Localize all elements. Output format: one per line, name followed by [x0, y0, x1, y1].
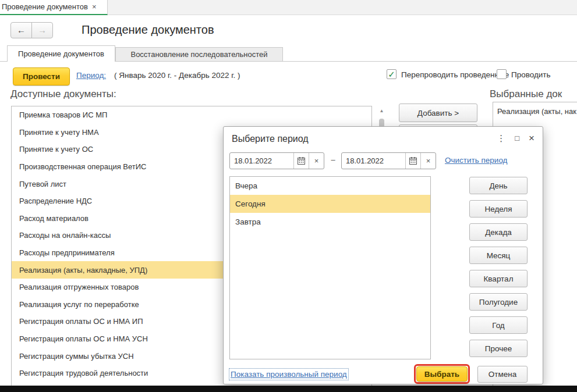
tab-close-icon[interactable]: ×	[92, 3, 97, 10]
date-to-input[interactable]: 18.01.2022	[342, 153, 405, 169]
forward-button[interactable]: →	[31, 22, 53, 38]
repost-checkbox-label: Перепроводить проведенные	[401, 70, 509, 79]
date-from-input[interactable]: 18.01.2022	[230, 153, 293, 169]
repost-checkbox[interactable]: ✓	[387, 69, 397, 79]
date-range-dash: –	[328, 155, 338, 164]
selected-docs-heading: Выбранные док	[490, 88, 562, 100]
tab-provedenie-dokumentov[interactable]: Проведение документов	[7, 45, 115, 62]
list-item[interactable]: Приемка товаров ИС МП	[12, 106, 371, 124]
period-value: ( Январь 2020 г. - Декабрь 2022 г. )	[114, 71, 240, 80]
select-button-highlight: Выбрать	[414, 364, 470, 384]
clear-period-link[interactable]: Очистить период	[445, 156, 507, 165]
period-option[interactable]: Сегодня	[230, 195, 430, 213]
period-options-list: ВчераСегодняЗавтра	[229, 176, 431, 359]
available-docs-heading: Доступные документы:	[10, 88, 116, 100]
forward-arrow-icon: →	[38, 25, 47, 35]
period-quick-button[interactable]: Год	[469, 316, 528, 334]
clear-date-icon[interactable]: ×	[420, 153, 436, 169]
dialog-title: Выберите период	[232, 134, 309, 144]
calendar-glyph	[298, 157, 305, 165]
back-arrow-icon: ←	[17, 25, 26, 35]
period-quick-button[interactable]: Прочее	[469, 340, 528, 357]
post-button[interactable]: Провести	[13, 67, 70, 85]
date-to-group: 18.01.2022 ×	[341, 152, 436, 169]
post-mode-checkbox[interactable]	[497, 69, 507, 79]
period-quick-button[interactable]: Неделя	[469, 200, 528, 218]
period-link[interactable]: Период:	[76, 71, 106, 80]
period-quick-button[interactable]: Месяц	[469, 247, 528, 264]
period-quick-button[interactable]: Полугодие	[469, 293, 528, 311]
period-quick-buttons: ДеньНеделяДекадаМесяцКварталПолугодиеГод…	[469, 177, 528, 357]
period-option[interactable]: Завтра	[230, 213, 430, 231]
add-button[interactable]: Добавить >	[399, 104, 477, 122]
dialog-controls: ⋮ □ ×	[497, 133, 534, 144]
page-title: Проведение документов	[82, 23, 214, 37]
close-icon[interactable]: ×	[529, 133, 534, 144]
scroll-up-icon[interactable]: ▲	[377, 106, 387, 116]
tab-label: Проведение документов	[18, 49, 104, 58]
more-menu-icon[interactable]: ⋮	[497, 133, 505, 144]
calendar-icon[interactable]	[405, 153, 420, 169]
window-tab-bar: Проведение документов ×	[0, 0, 577, 15]
period-picker-dialog: Выберите период ⋮ □ × 18.01.2022 × – 18.…	[223, 126, 543, 384]
window-tab-label: Проведение документов	[2, 2, 88, 11]
back-button[interactable]: ←	[10, 22, 32, 38]
check-icon: ✓	[388, 69, 395, 79]
letterbox-bar	[0, 386, 577, 392]
app-window: Проведение документов × ← → Проведение д…	[0, 0, 577, 392]
post-mode-checkbox-label: Проводить	[511, 70, 551, 79]
tab-label: Восстановление последовательностей	[130, 50, 267, 59]
list-item[interactable]: Реализация (акты, нак	[493, 102, 577, 120]
period-option[interactable]: Вчера	[230, 177, 430, 195]
maximize-icon[interactable]: □	[515, 133, 519, 144]
calendar-icon[interactable]	[293, 153, 309, 169]
period-quick-button[interactable]: День	[469, 177, 528, 194]
date-from-group: 18.01.2022 ×	[229, 152, 324, 169]
select-button[interactable]: Выбрать	[416, 366, 468, 382]
cancel-button[interactable]: Отмена	[477, 366, 528, 383]
custom-period-link[interactable]: Показать произвольный период	[231, 370, 347, 379]
period-quick-button[interactable]: Квартал	[469, 270, 528, 287]
period-quick-button[interactable]: Декада	[469, 223, 528, 241]
history-nav: ← →	[10, 22, 53, 38]
calendar-glyph	[409, 157, 417, 165]
tab-vosstanovlenie[interactable]: Восстановление последовательностей	[115, 47, 283, 61]
clear-date-icon[interactable]: ×	[309, 153, 324, 169]
window-tab-proviedenie[interactable]: Проведение документов ×	[0, 0, 108, 15]
